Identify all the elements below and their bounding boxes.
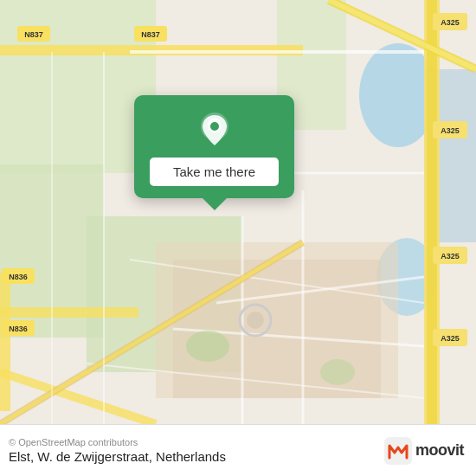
svg-text:N837: N837	[141, 30, 160, 39]
svg-point-48	[186, 331, 229, 362]
svg-point-47	[247, 312, 264, 329]
moovit-logo-icon	[384, 437, 412, 465]
copyright-text: © OpenStreetMap contributors	[9, 437, 226, 447]
take-me-there-button[interactable]: Take me there	[150, 158, 279, 186]
svg-text:A325: A325	[441, 126, 460, 135]
moovit-logo[interactable]: moovit	[384, 437, 464, 465]
location-pin-icon	[196, 111, 234, 149]
map-container: A325 A325 A325 A325 N837 N837 N836 N836	[0, 0, 476, 424]
bottom-bar: © OpenStreetMap contributors Elst, W. de…	[0, 424, 476, 476]
popup-card: Take me there	[134, 95, 294, 198]
svg-point-52	[210, 122, 219, 131]
svg-rect-27	[0, 273, 10, 411]
moovit-text: moovit	[415, 441, 464, 460]
svg-text:A325: A325	[441, 252, 460, 261]
svg-text:A325: A325	[441, 334, 460, 343]
svg-rect-28	[0, 307, 138, 318]
svg-text:N836: N836	[9, 325, 28, 333]
svg-rect-11	[427, 0, 437, 424]
map-background: A325 A325 A325 A325 N837 N837 N836 N836	[0, 0, 476, 424]
svg-point-49	[320, 359, 355, 385]
svg-text:N836: N836	[9, 273, 28, 281]
svg-text:N837: N837	[24, 30, 43, 39]
location-name: Elst, W. de Zwijgerstraat, Netherlands	[9, 449, 226, 464]
bottom-left-info: © OpenStreetMap contributors Elst, W. de…	[9, 437, 226, 464]
svg-text:A325: A325	[441, 18, 460, 27]
